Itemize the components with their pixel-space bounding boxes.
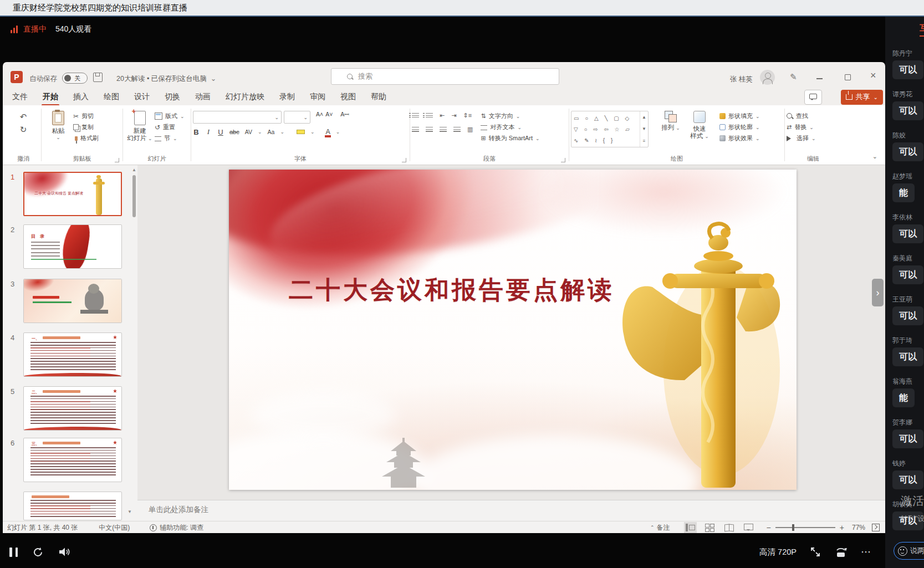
reading-view-button[interactable] <box>724 524 734 531</box>
columns-button[interactable]: ▥ <box>467 126 473 133</box>
minimize-button[interactable] <box>816 78 823 79</box>
font-name-combobox[interactable]: ⌄ <box>193 111 282 124</box>
zoom-slider-thumb[interactable] <box>792 524 794 531</box>
format-painter-button[interactable]: 格式刷 <box>73 134 99 142</box>
copy-button[interactable]: 复制 <box>73 123 99 131</box>
close-button[interactable]: × <box>870 70 876 81</box>
line-spacing-button[interactable]: ⇕≡ <box>463 112 472 119</box>
pause-button[interactable] <box>9 547 18 557</box>
chat-input[interactable]: 说两句 <box>894 542 924 560</box>
collapse-ribbon-button[interactable]: ⌄ <box>872 153 877 160</box>
ribbon-tab[interactable]: 切换 <box>165 92 180 102</box>
align-text-button[interactable]: 对齐文本⌄ <box>481 123 539 131</box>
bold-button[interactable]: B <box>193 128 200 136</box>
new-slide-button[interactable]: 新建幻灯片 ⌄ <box>125 111 155 142</box>
underline-button[interactable]: U <box>217 128 224 136</box>
powerpoint-logo[interactable]: P <box>11 71 23 83</box>
ribbon-tab[interactable]: 绘图 <box>104 92 119 102</box>
ribbon-tab[interactable]: 设计 <box>134 92 150 102</box>
expand-icon[interactable] <box>810 546 821 557</box>
reset-button[interactable]: ↺重置 <box>155 123 185 131</box>
notes-toggle-button[interactable]: ⌃ 备注 <box>650 523 670 533</box>
scroll-up-icon[interactable]: ▲ <box>132 167 136 172</box>
align-center-button[interactable] <box>426 127 433 132</box>
share-button[interactable]: 共享 ⌄ <box>841 90 883 105</box>
shapes-gallery[interactable]: ▭ ○ △ ╲ ▢ ◇ ▽ ○ ⇨ ⇦ ☆ ▱ ∿ ✎ ≀ { } ▲▼≡ <box>571 111 649 147</box>
numbering-button[interactable] <box>426 113 433 118</box>
ribbon-tab[interactable]: 文件 <box>12 92 28 102</box>
ribbon-tab[interactable]: 动画 <box>195 92 211 102</box>
chat-tab-partial[interactable]: 互动 <box>920 23 924 37</box>
autosave-toggle[interactable]: 关 <box>62 73 88 84</box>
ribbon-tab[interactable]: 开始 <box>43 92 58 102</box>
thumbnail-slide-4[interactable]: 4 一、 <box>3 332 137 379</box>
ribbon-tab[interactable]: 视图 <box>340 92 356 102</box>
quality-selector[interactable]: 高清 720P <box>759 547 797 557</box>
find-button[interactable]: 查找 <box>787 112 840 120</box>
strikethrough-button[interactable]: abc <box>229 129 239 135</box>
save-icon[interactable] <box>93 73 103 82</box>
dialog-launcher-icon[interactable] <box>402 158 406 162</box>
dialog-launcher-icon[interactable] <box>115 158 119 162</box>
highlight-color-button[interactable] <box>297 130 305 134</box>
dialog-launcher-icon[interactable] <box>561 158 565 162</box>
emoji-icon[interactable] <box>898 546 907 556</box>
font-color-button[interactable]: A <box>325 128 330 136</box>
slide-title[interactable]: 二十大会议和报告要点解读 <box>289 274 615 306</box>
zoom-in-button[interactable]: + <box>840 523 844 532</box>
maximize-button[interactable] <box>845 74 851 80</box>
thumbnail-slide-7-partial[interactable] <box>3 492 137 521</box>
comments-button[interactable] <box>804 90 822 105</box>
quick-styles-button[interactable]: 快速样式 ⌄ <box>685 111 714 140</box>
thumbnail-slide-1[interactable]: 1 二十大 会议和报告 要点解读 <box>3 172 137 218</box>
thumbnail-slide-3[interactable]: 3 <box>3 279 137 325</box>
section-button[interactable]: 节⌄ <box>155 134 185 142</box>
arrange-button[interactable]: 排列 ⌄ <box>656 111 685 132</box>
shapes-gallery-scroll[interactable]: ▲▼≡ <box>640 111 648 147</box>
undo-button[interactable]: ↶ <box>20 112 27 122</box>
ribbon-tab[interactable]: 录制 <box>279 92 295 102</box>
shape-outline-button[interactable]: 形状轮廓⌄ <box>719 123 760 131</box>
font-size-combobox[interactable]: ⌄ <box>284 111 310 124</box>
more-options-button[interactable]: ⋯ <box>861 546 872 558</box>
character-spacing-button[interactable]: AV <box>245 129 252 135</box>
align-right-button[interactable] <box>440 127 447 132</box>
accessibility-status[interactable]: 辅助功能: 调查 <box>150 523 203 533</box>
text-direction-button[interactable]: ⇅文字方向⌄ <box>481 112 539 120</box>
shapes-row[interactable]: ∿ ✎ ≀ { } <box>574 137 637 144</box>
thumbnail-slide-6[interactable]: 6 三、 <box>3 438 137 484</box>
ribbon-tab[interactable]: 幻灯片放映 <box>226 92 264 102</box>
zoom-out-button[interactable]: − <box>767 523 771 532</box>
avatar[interactable] <box>760 70 775 85</box>
shrink-font-button[interactable]: A˅ <box>325 111 333 124</box>
smartart-button[interactable]: ⊞转换为 SmartArt⌄ <box>481 134 539 142</box>
volume-button[interactable] <box>58 546 70 557</box>
document-title[interactable]: 20大解读 • 已保存到这台电脑 <box>116 74 216 84</box>
fit-slide-button[interactable] <box>872 524 880 531</box>
decrease-indent-button[interactable]: ⇤ <box>440 112 445 119</box>
slide-sorter-view-button[interactable] <box>705 524 714 531</box>
scrollbar-thumb[interactable] <box>132 175 136 217</box>
notes-pane[interactable]: 单击此处添加备注 <box>137 500 885 521</box>
paste-button[interactable]: 粘贴 ⌄ <box>43 111 73 140</box>
ribbon-tab[interactable]: 插入 <box>73 92 89 102</box>
increase-indent-button[interactable]: ⇥ <box>451 112 456 119</box>
replace-button[interactable]: ⇄替换⌄ <box>787 123 840 131</box>
thumbnail-scrollbar[interactable]: ▲ ▼ <box>132 167 136 516</box>
italic-button[interactable]: I <box>205 127 212 136</box>
select-button[interactable]: 选择⌄ <box>787 134 840 142</box>
refresh-button[interactable] <box>32 546 44 558</box>
shapes-row[interactable]: ▽ ○ ⇨ ⇦ ☆ ▱ <box>574 126 637 132</box>
scroll-down-icon[interactable]: ▼ <box>127 509 132 514</box>
shape-effects-button[interactable]: 形状效果⌄ <box>719 134 760 142</box>
shapes-row[interactable]: ▭ ○ △ ╲ ▢ ◇ <box>574 115 637 121</box>
chat-collapse-button[interactable]: › <box>872 279 884 306</box>
change-case-button[interactable]: Aa <box>268 129 275 135</box>
layout-button[interactable]: 版式⌄ <box>155 112 185 120</box>
pen-icon[interactable]: ✎ <box>790 72 797 82</box>
grow-font-button[interactable]: A˄ <box>316 111 323 124</box>
ribbon-tab[interactable]: 审阅 <box>310 92 325 102</box>
cast-icon[interactable] <box>834 546 848 558</box>
shape-fill-button[interactable]: 形状填充⌄ <box>719 112 760 120</box>
slideshow-button[interactable] <box>744 524 753 531</box>
